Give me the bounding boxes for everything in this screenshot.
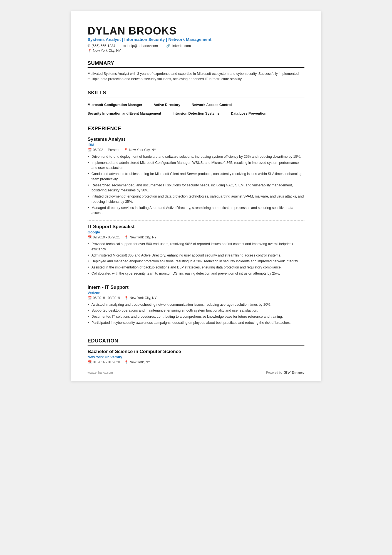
job-verizon: Intern - IT Support Verizon 📅 06/2018 - … — [88, 285, 304, 330]
job-location-google: 📍 New York City, NY — [124, 235, 157, 239]
summary-title: SUMMARY — [88, 60, 304, 68]
education-section: EDUCATION Bachelor of Science in Compute… — [88, 338, 304, 364]
job-location-ibm: 📍 New York City, NY — [124, 148, 156, 152]
job-period-ibm: 📅 06/2021 - Present — [88, 148, 119, 152]
bullet-google-4: Assisted in the implementation of backup… — [88, 265, 304, 270]
phone-icon: ✆ — [88, 44, 90, 48]
edu-period-1: 📅 01/2016 - 01/2020 — [88, 360, 120, 364]
location-icon-verizon: 📍 — [124, 296, 128, 300]
skills-section: SKILLS Microsoft Configuration Manager A… — [88, 90, 304, 118]
bullet-google-5: Collaborated with the cybersecurity team… — [88, 271, 304, 276]
job-period-google: 📅 09/2019 - 05/2021 — [88, 235, 120, 239]
location-value: New York City, NY — [93, 49, 121, 53]
email-contact: ✉ help@enhancv.com — [123, 44, 158, 48]
bullet-ibm-5: Initiated deployment of endpoint protect… — [88, 194, 304, 204]
job-location-verizon: 📍 New York City, NY — [124, 296, 157, 300]
skill-dlp: Data Loss Prevention — [231, 109, 272, 118]
skill-nac: Network Access Control — [192, 101, 237, 109]
education-title: EDUCATION — [88, 338, 304, 346]
edu-degree-1: Bachelor of Science in Computer Science — [88, 349, 304, 354]
footer: www.enhancv.com Powered by ✖✓ Enhancv — [88, 370, 304, 375]
job-meta-google: 📅 09/2019 - 05/2021 📍 New York City, NY — [88, 235, 304, 239]
company-verizon: Verizon — [88, 291, 304, 295]
candidate-title: Systems Analyst | Information Security |… — [88, 37, 304, 42]
job-period-verizon: 📅 06/2018 - 08/2019 — [88, 296, 120, 300]
job-ibm: Systems Analyst IBM 📅 06/2021 - Present … — [88, 137, 304, 221]
job-bullets-verizon: Assisted in analyzing and troubleshootin… — [88, 302, 304, 325]
summary-text: Motivated Systems Analyst with 3 years o… — [88, 71, 304, 82]
linkedin-icon: 🔗 — [166, 44, 170, 48]
skill-siem: Security Information and Event Managemen… — [88, 109, 167, 118]
bullet-verizon-2: Supported desktop operations and mainten… — [88, 308, 304, 313]
skill-ad: Active Directory — [154, 101, 186, 109]
summary-section: SUMMARY Motivated Systems Analyst with 3… — [88, 60, 304, 82]
company-ibm: IBM — [88, 143, 304, 147]
calendar-icon-ibm: 📅 — [88, 148, 92, 152]
powered-by-label: Powered by — [266, 371, 282, 374]
brand-name: Enhancv — [292, 371, 304, 374]
skill-mcm: Microsoft Configuration Manager — [88, 101, 148, 109]
location-icon: 📍 — [88, 49, 92, 53]
calendar-icon-edu: 📅 — [88, 360, 92, 364]
skill-ids: Intrusion Detection Systems — [173, 109, 225, 118]
edu-entry-1: Bachelor of Science in Computer Science … — [88, 349, 304, 364]
bullet-google-1: Provided technical support for over 500 … — [88, 241, 304, 252]
bullet-ibm-1: Driven end-to-end deployment of hardware… — [88, 154, 304, 159]
location-icon-ibm: 📍 — [124, 148, 128, 152]
location-icon-edu: 📍 — [124, 360, 128, 364]
job-bullets-ibm: Driven end-to-end deployment of hardware… — [88, 154, 304, 216]
email-value: help@enhancv.com — [127, 44, 158, 48]
calendar-icon-verizon: 📅 — [88, 296, 92, 300]
location-icon-google: 📍 — [124, 235, 128, 239]
bullet-verizon-3: Documented IT solutions and procedures, … — [88, 314, 304, 319]
email-icon: ✉ — [123, 44, 126, 48]
edu-location-1: 📍 New York, NY — [124, 360, 150, 364]
location-contact: 📍 New York City, NY — [88, 49, 304, 53]
experience-section: EXPERIENCE Systems Analyst IBM 📅 06/2021… — [88, 126, 304, 330]
job-title-ibm: Systems Analyst — [88, 137, 304, 142]
resume-page: DYLAN BROOKS Systems Analyst | Informati… — [71, 11, 321, 381]
edu-school-1: New York University — [88, 355, 304, 359]
enhancv-logo-icon: ✖✓ — [284, 370, 291, 375]
job-bullets-google: Provided technical support for over 500 … — [88, 241, 304, 276]
phone-contact: ✆ (555) 555-1234 — [88, 44, 115, 48]
linkedin-contact: 🔗 linkedin.com — [166, 44, 191, 48]
job-meta-verizon: 📅 06/2018 - 08/2019 📍 New York City, NY — [88, 296, 304, 300]
enhancv-logo: ✖✓ Enhancv — [284, 370, 304, 375]
bullet-google-2: Administered Microsoft 365 and Active Di… — [88, 253, 304, 258]
job-google: IT Support Specialist Google 📅 09/2019 -… — [88, 224, 304, 281]
skills-grid: Microsoft Configuration Manager Active D… — [88, 101, 304, 118]
job-title-google: IT Support Specialist — [88, 224, 304, 230]
footer-website: www.enhancv.com — [88, 371, 113, 374]
bullet-google-3: Deployed and managed endpoint protection… — [88, 259, 304, 264]
job-title-verizon: Intern - IT Support — [88, 285, 304, 290]
experience-title: EXPERIENCE — [88, 126, 304, 133]
job-meta-ibm: 📅 06/2021 - Present 📍 New York City, NY — [88, 148, 304, 152]
bullet-ibm-2: Implemented and administered Microsoft C… — [88, 160, 304, 171]
bullet-ibm-3: Conducted advanced troubleshooting for M… — [88, 171, 304, 182]
skills-row-1: Microsoft Configuration Manager Active D… — [88, 101, 304, 109]
contact-row: ✆ (555) 555-1234 ✉ help@enhancv.com 🔗 li… — [88, 44, 304, 48]
edu-meta-1: 📅 01/2016 - 01/2020 📍 New York, NY — [88, 360, 304, 364]
header-section: DYLAN BROOKS Systems Analyst | Informati… — [88, 25, 304, 53]
company-google: Google — [88, 230, 304, 234]
phone-value: (555) 555-1234 — [91, 44, 115, 48]
linkedin-value: linkedin.com — [172, 44, 191, 48]
calendar-icon-google: 📅 — [88, 235, 92, 239]
candidate-name: DYLAN BROOKS — [88, 25, 304, 37]
footer-brand: Powered by ✖✓ Enhancv — [266, 370, 304, 375]
bullet-verizon-4: Participated in cybersecurity awareness … — [88, 320, 304, 325]
bullet-verizon-1: Assisted in analyzing and troubleshootin… — [88, 302, 304, 307]
skills-title: SKILLS — [88, 90, 304, 97]
bullet-ibm-4: Researched, recommended, and documented … — [88, 183, 304, 193]
bullet-ibm-6: Managed directory services including Azu… — [88, 205, 304, 216]
skills-row-2: Security Information and Event Managemen… — [88, 109, 304, 118]
